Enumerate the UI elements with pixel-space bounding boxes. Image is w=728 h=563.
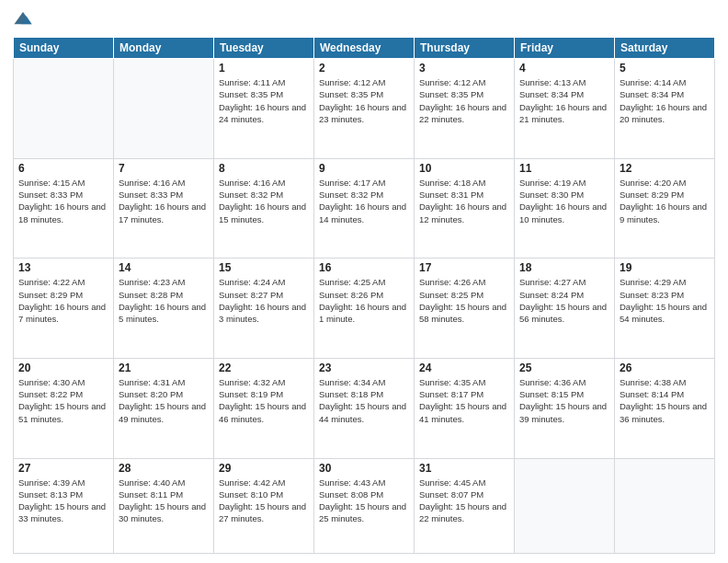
day-info: Sunrise: 4:39 AMSunset: 8:13 PMDaylight:… xyxy=(18,477,108,525)
calendar-cell xyxy=(515,458,615,554)
day-info: Sunrise: 4:11 AMSunset: 8:35 PMDaylight:… xyxy=(219,76,309,125)
day-number: 3 xyxy=(419,62,509,75)
calendar-cell: 13Sunrise: 4:22 AMSunset: 8:29 PMDayligh… xyxy=(14,259,114,359)
day-info: Sunrise: 4:13 AMSunset: 8:34 PMDaylight:… xyxy=(519,76,609,125)
logo xyxy=(13,9,37,29)
day-info: Sunrise: 4:26 AMSunset: 8:25 PMDaylight:… xyxy=(419,276,509,325)
day-number: 7 xyxy=(119,162,209,175)
calendar-cell: 19Sunrise: 4:29 AMSunset: 8:23 PMDayligh… xyxy=(615,259,715,359)
calendar-cell xyxy=(14,59,114,159)
calendar-cell: 9Sunrise: 4:17 AMSunset: 8:32 PMDaylight… xyxy=(314,158,415,259)
day-number: 17 xyxy=(419,261,509,274)
logo-icon xyxy=(13,9,33,29)
weekday-header-saturday: Saturday xyxy=(615,38,715,59)
calendar-cell: 10Sunrise: 4:18 AMSunset: 8:31 PMDayligh… xyxy=(415,158,515,259)
calendar-cell: 7Sunrise: 4:16 AMSunset: 8:33 PMDaylight… xyxy=(114,158,214,259)
calendar-table: SundayMondayTuesdayWednesdayThursdayFrid… xyxy=(13,37,715,554)
day-number: 27 xyxy=(18,462,108,475)
weekday-header-thursday: Thursday xyxy=(415,38,515,59)
day-number: 30 xyxy=(319,462,409,475)
day-number: 16 xyxy=(319,261,409,274)
week-row-2: 6Sunrise: 4:15 AMSunset: 8:33 PMDaylight… xyxy=(14,158,715,259)
calendar-cell: 29Sunrise: 4:42 AMSunset: 8:10 PMDayligh… xyxy=(214,458,314,554)
calendar-cell: 26Sunrise: 4:38 AMSunset: 8:14 PMDayligh… xyxy=(615,358,715,458)
day-info: Sunrise: 4:20 AMSunset: 8:29 PMDaylight:… xyxy=(620,177,710,225)
day-number: 9 xyxy=(319,162,409,175)
day-number: 2 xyxy=(319,62,409,75)
calendar-cell: 11Sunrise: 4:19 AMSunset: 8:30 PMDayligh… xyxy=(515,158,615,259)
day-info: Sunrise: 4:43 AMSunset: 8:08 PMDaylight:… xyxy=(319,477,409,525)
day-info: Sunrise: 4:15 AMSunset: 8:33 PMDaylight:… xyxy=(18,177,108,225)
day-info: Sunrise: 4:35 AMSunset: 8:17 PMDaylight:… xyxy=(419,376,509,425)
weekday-header-row: SundayMondayTuesdayWednesdayThursdayFrid… xyxy=(14,38,715,59)
day-number: 13 xyxy=(18,261,108,274)
week-row-1: 1Sunrise: 4:11 AMSunset: 8:35 PMDaylight… xyxy=(14,59,715,159)
day-number: 31 xyxy=(419,462,509,475)
day-info: Sunrise: 4:22 AMSunset: 8:29 PMDaylight:… xyxy=(18,276,108,325)
weekday-header-sunday: Sunday xyxy=(14,38,114,59)
day-number: 28 xyxy=(119,462,209,475)
calendar-cell: 5Sunrise: 4:14 AMSunset: 8:34 PMDaylight… xyxy=(615,59,715,159)
day-info: Sunrise: 4:24 AMSunset: 8:27 PMDaylight:… xyxy=(219,276,309,325)
calendar-cell: 12Sunrise: 4:20 AMSunset: 8:29 PMDayligh… xyxy=(615,158,715,259)
calendar-cell xyxy=(114,59,214,159)
day-number: 26 xyxy=(620,362,710,374)
calendar-cell: 31Sunrise: 4:45 AMSunset: 8:07 PMDayligh… xyxy=(415,458,515,554)
day-number: 23 xyxy=(319,362,409,374)
calendar-cell: 28Sunrise: 4:40 AMSunset: 8:11 PMDayligh… xyxy=(114,458,214,554)
calendar-cell: 16Sunrise: 4:25 AMSunset: 8:26 PMDayligh… xyxy=(314,259,415,359)
day-info: Sunrise: 4:16 AMSunset: 8:33 PMDaylight:… xyxy=(119,177,209,225)
weekday-header-tuesday: Tuesday xyxy=(214,38,314,59)
calendar-cell: 4Sunrise: 4:13 AMSunset: 8:34 PMDaylight… xyxy=(515,59,615,159)
calendar-cell: 8Sunrise: 4:16 AMSunset: 8:32 PMDaylight… xyxy=(214,158,314,259)
week-row-5: 27Sunrise: 4:39 AMSunset: 8:13 PMDayligh… xyxy=(14,458,715,554)
day-number: 22 xyxy=(219,362,309,374)
day-info: Sunrise: 4:14 AMSunset: 8:34 PMDaylight:… xyxy=(620,76,710,125)
calendar-cell: 17Sunrise: 4:26 AMSunset: 8:25 PMDayligh… xyxy=(415,259,515,359)
calendar-cell: 24Sunrise: 4:35 AMSunset: 8:17 PMDayligh… xyxy=(415,358,515,458)
day-info: Sunrise: 4:40 AMSunset: 8:11 PMDaylight:… xyxy=(119,477,209,525)
day-info: Sunrise: 4:31 AMSunset: 8:20 PMDaylight:… xyxy=(119,376,209,425)
day-number: 12 xyxy=(620,162,710,175)
calendar-cell: 2Sunrise: 4:12 AMSunset: 8:35 PMDaylight… xyxy=(314,59,415,159)
day-info: Sunrise: 4:29 AMSunset: 8:23 PMDaylight:… xyxy=(620,276,710,325)
day-info: Sunrise: 4:16 AMSunset: 8:32 PMDaylight:… xyxy=(219,177,309,225)
day-number: 19 xyxy=(620,261,710,274)
day-info: Sunrise: 4:25 AMSunset: 8:26 PMDaylight:… xyxy=(319,276,409,325)
day-number: 10 xyxy=(419,162,509,175)
calendar-cell: 18Sunrise: 4:27 AMSunset: 8:24 PMDayligh… xyxy=(515,259,615,359)
day-number: 4 xyxy=(519,62,609,75)
day-info: Sunrise: 4:34 AMSunset: 8:18 PMDaylight:… xyxy=(319,376,409,425)
weekday-header-monday: Monday xyxy=(114,38,214,59)
day-info: Sunrise: 4:38 AMSunset: 8:14 PMDaylight:… xyxy=(620,376,710,425)
day-number: 14 xyxy=(119,261,209,274)
calendar-cell: 25Sunrise: 4:36 AMSunset: 8:15 PMDayligh… xyxy=(515,358,615,458)
day-info: Sunrise: 4:19 AMSunset: 8:30 PMDaylight:… xyxy=(519,177,609,225)
day-number: 29 xyxy=(219,462,309,475)
day-number: 25 xyxy=(519,362,609,374)
day-number: 6 xyxy=(18,162,108,175)
day-info: Sunrise: 4:23 AMSunset: 8:28 PMDaylight:… xyxy=(119,276,209,325)
calendar-cell: 30Sunrise: 4:43 AMSunset: 8:08 PMDayligh… xyxy=(314,458,415,554)
calendar-cell: 21Sunrise: 4:31 AMSunset: 8:20 PMDayligh… xyxy=(114,358,214,458)
day-info: Sunrise: 4:12 AMSunset: 8:35 PMDaylight:… xyxy=(419,76,509,125)
weekday-header-friday: Friday xyxy=(515,38,615,59)
calendar-cell: 14Sunrise: 4:23 AMSunset: 8:28 PMDayligh… xyxy=(114,259,214,359)
calendar-cell: 23Sunrise: 4:34 AMSunset: 8:18 PMDayligh… xyxy=(314,358,415,458)
day-info: Sunrise: 4:45 AMSunset: 8:07 PMDaylight:… xyxy=(419,477,509,525)
calendar-cell: 1Sunrise: 4:11 AMSunset: 8:35 PMDaylight… xyxy=(214,59,314,159)
week-row-3: 13Sunrise: 4:22 AMSunset: 8:29 PMDayligh… xyxy=(14,259,715,359)
calendar-cell: 22Sunrise: 4:32 AMSunset: 8:19 PMDayligh… xyxy=(214,358,314,458)
day-number: 24 xyxy=(419,362,509,374)
calendar-cell: 15Sunrise: 4:24 AMSunset: 8:27 PMDayligh… xyxy=(214,259,314,359)
day-number: 11 xyxy=(519,162,609,175)
calendar-cell: 6Sunrise: 4:15 AMSunset: 8:33 PMDaylight… xyxy=(14,158,114,259)
calendar-cell: 20Sunrise: 4:30 AMSunset: 8:22 PMDayligh… xyxy=(14,358,114,458)
calendar-cell xyxy=(615,458,715,554)
day-number: 20 xyxy=(18,362,108,374)
weekday-header-wednesday: Wednesday xyxy=(314,38,415,59)
day-info: Sunrise: 4:32 AMSunset: 8:19 PMDaylight:… xyxy=(219,376,309,425)
day-info: Sunrise: 4:30 AMSunset: 8:22 PMDaylight:… xyxy=(18,376,108,425)
day-info: Sunrise: 4:18 AMSunset: 8:31 PMDaylight:… xyxy=(419,177,509,225)
day-number: 5 xyxy=(620,62,710,75)
